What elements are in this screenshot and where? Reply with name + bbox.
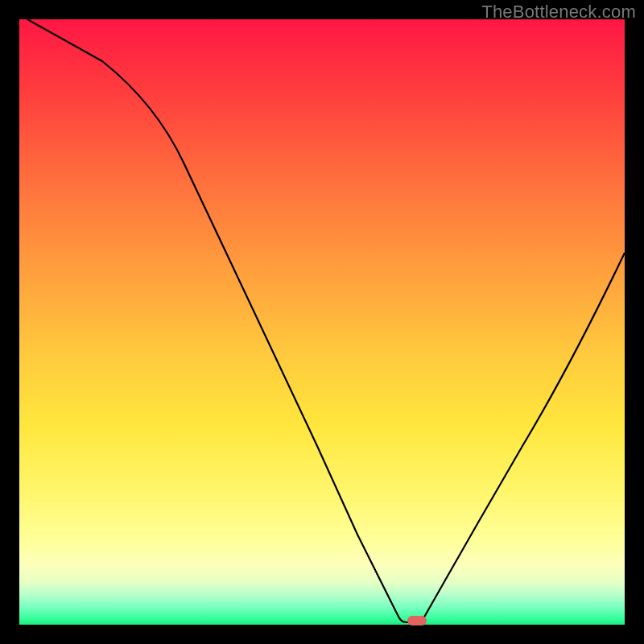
optimal-marker <box>407 616 427 625</box>
watermark-text: TheBottleneck.com <box>481 2 636 23</box>
plot-area <box>19 19 625 625</box>
bottleneck-curve <box>27 19 625 622</box>
chart-container: TheBottleneck.com <box>0 0 644 644</box>
curve-layer <box>19 19 625 625</box>
